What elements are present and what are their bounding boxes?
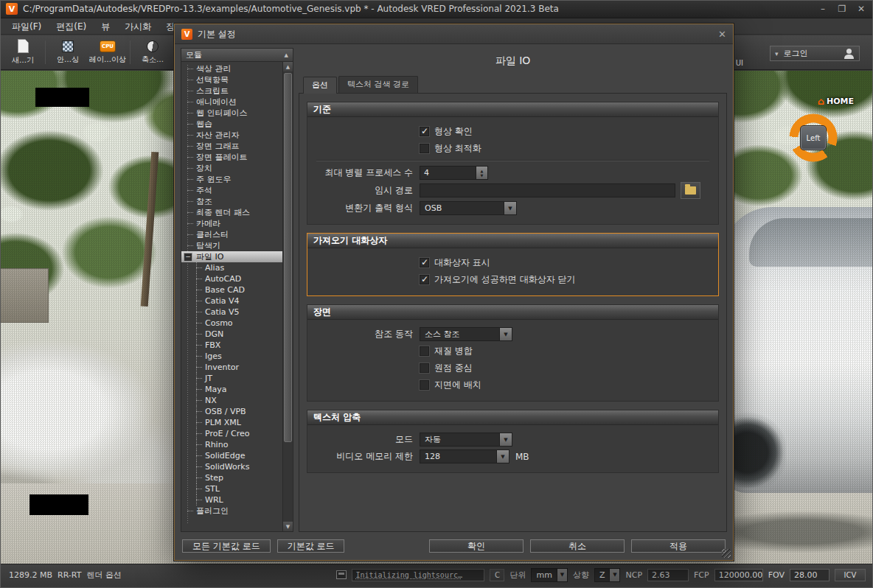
module-tree-item[interactable]: SolidEdge — [181, 450, 282, 461]
geometry-optimize-checkbox[interactable] — [420, 144, 429, 153]
module-tree-item[interactable]: DGN — [181, 329, 282, 340]
raytracing-cpu-button[interactable]: CPU 레이…이상 — [88, 37, 128, 68]
maximize-button[interactable]: ❐ — [836, 4, 848, 14]
group-scene-header: 장면 — [307, 305, 718, 320]
module-tree-item[interactable]: Maya — [181, 384, 282, 395]
module-tree-item[interactable]: 장면 그래프 — [181, 141, 282, 152]
module-tree-item[interactable]: 장면 플레이트 — [181, 152, 282, 163]
center-origin-label: 원점 중심 — [434, 362, 473, 374]
ncp-field[interactable]: 2.63 — [647, 569, 689, 581]
module-tree-item[interactable]: OSB / VPB — [181, 406, 282, 417]
geometry-check-checkbox[interactable] — [420, 127, 429, 136]
navcube-home-label[interactable]: ⌂ HOME — [818, 96, 854, 107]
module-tree-item[interactable]: 탐색기 — [181, 240, 282, 251]
c-button[interactable]: C — [490, 569, 504, 581]
module-tree-item[interactable]: 카메라 — [181, 218, 282, 229]
dialog-close-button[interactable]: ✕ — [718, 29, 726, 40]
module-tree-item[interactable]: Cosmo — [181, 318, 282, 329]
load-defaults-button[interactable]: 기본값 로드 — [277, 539, 345, 553]
up-axis-combo[interactable]: Z ▼ — [594, 568, 621, 582]
max-parallel-spinner[interactable]: 4 ▲▼ — [420, 166, 488, 180]
unit-combo[interactable]: mm ▼ — [531, 568, 567, 582]
module-tree-item[interactable]: ProE / Creo — [181, 428, 282, 439]
apply-button[interactable]: 적용 — [631, 539, 726, 553]
new-scene-button[interactable]: 새…기 — [3, 37, 43, 68]
icv-button[interactable]: ICV — [835, 569, 866, 581]
show-dialog-checkbox[interactable] — [420, 258, 429, 267]
module-tree-item[interactable]: WRL — [181, 494, 282, 505]
module-tree-item[interactable]: 플러그인 — [181, 505, 282, 517]
module-tree-item[interactable]: 파일 IO — [181, 251, 282, 262]
scrollbar-thumb[interactable] — [284, 73, 292, 442]
menu-item[interactable]: 가시화 — [117, 19, 159, 35]
module-tree-item[interactable]: 선택항목 — [181, 74, 282, 85]
fov-field[interactable]: 28.00 — [790, 569, 829, 581]
dialog-titlebar[interactable]: V 기본 설정 ✕ — [175, 24, 733, 44]
load-all-defaults-button[interactable]: 모든 기본값 로드 — [182, 539, 271, 553]
module-tree-item[interactable]: AutoCAD — [181, 273, 282, 284]
scroll-down-icon[interactable]: ▼ — [283, 522, 293, 531]
module-tree-item[interactable]: 자산 관리자 — [181, 130, 282, 141]
tree-scrollbar[interactable]: ▲ ▼ — [282, 62, 293, 531]
tab-texture-search-path[interactable]: 텍스처 검색 경로 — [338, 76, 418, 93]
antialiasing-button[interactable]: 안…싱 — [48, 37, 88, 68]
module-tree-item[interactable]: Alias — [181, 262, 282, 273]
module-tree-item[interactable]: JT — [181, 373, 282, 384]
temp-path-input[interactable] — [420, 183, 675, 197]
fcp-field[interactable]: 120000.00 — [714, 569, 763, 581]
module-tree-item[interactable]: STL — [181, 483, 282, 494]
module-tree-item[interactable]: NX — [181, 395, 282, 406]
close-on-success-checkbox[interactable] — [420, 275, 429, 284]
module-tree-item[interactable]: SolidWorks — [181, 461, 282, 472]
module-tree-item-label: SolidWorks — [205, 462, 249, 472]
module-tree-item[interactable]: 최종 렌더 패스 — [181, 207, 282, 218]
menu-item[interactable]: 파일(F) — [4, 19, 49, 35]
module-tree-item[interactable]: Inventor — [181, 362, 282, 373]
place-on-ground-checkbox[interactable] — [420, 380, 429, 390]
module-tree-item[interactable]: 장치 — [181, 163, 282, 174]
module-tree-item[interactable]: 클러스터 — [181, 229, 282, 240]
modules-header[interactable]: 모듈 ▲ — [181, 49, 293, 62]
module-tree-item[interactable]: 색상 관리 — [181, 63, 282, 74]
module-tree-item[interactable]: PLM XML — [181, 417, 282, 428]
center-origin-checkbox[interactable] — [420, 363, 429, 373]
menu-item[interactable]: 편집(E) — [49, 19, 94, 35]
video-memory-combo[interactable]: 128 ▼ — [420, 449, 509, 463]
navcube-face[interactable]: Left — [800, 125, 827, 150]
module-tree-item[interactable]: 웹습 — [181, 119, 282, 130]
spinner-arrows-icon[interactable]: ▲▼ — [476, 167, 487, 179]
cancel-button[interactable]: 취소 — [530, 539, 625, 553]
reference-behavior-combo[interactable]: 소스 참조 ▼ — [420, 327, 512, 341]
scroll-up-icon[interactable]: ▲ — [283, 62, 293, 71]
converter-format-combo[interactable]: OSB ▼ — [420, 201, 517, 215]
module-tree-item[interactable]: 참조 — [181, 196, 282, 207]
module-tree-item[interactable]: Catia V5 — [181, 307, 282, 318]
module-tree-item[interactable]: 웹 인터페이스 — [181, 108, 282, 119]
module-tree-item[interactable]: Catia V4 — [181, 295, 282, 307]
minimize-button[interactable]: – — [817, 4, 829, 14]
menu-item[interactable]: 뷰 — [94, 19, 117, 35]
navigation-cube[interactable]: ⌂ HOME Left — [774, 96, 857, 165]
module-tree-item[interactable]: FBX — [181, 340, 282, 351]
scrollbar-track[interactable] — [283, 71, 293, 522]
downscale-button[interactable]: 축소… — [133, 37, 173, 68]
texture-mode-combo[interactable]: 자동 ▼ — [420, 433, 512, 447]
tab-options[interactable]: 옵션 — [303, 77, 337, 94]
ok-button[interactable]: 확인 — [429, 539, 524, 553]
merge-materials-checkbox[interactable] — [420, 346, 429, 356]
close-button[interactable]: ✕ — [855, 4, 867, 14]
module-tree-item[interactable]: Step — [181, 472, 282, 483]
module-tree-item[interactable]: 주 윈도우 — [181, 174, 282, 185]
module-tree-item[interactable]: Base CAD — [181, 284, 282, 295]
module-tree-item[interactable]: Iges — [181, 351, 282, 362]
module-tree-item[interactable]: 애니메이션 — [181, 97, 282, 108]
module-tree-item[interactable]: 주석 — [181, 185, 282, 196]
module-tree-item[interactable]: Rhino — [181, 439, 282, 450]
dialog-title: 기본 설정 — [198, 28, 236, 41]
resize-grip[interactable] — [722, 549, 731, 558]
render-options-link[interactable]: 렌더 옵션 — [86, 570, 122, 581]
module-tree-item-label: Step — [205, 473, 223, 483]
login-button[interactable]: ▾ 로그인 — [770, 46, 860, 61]
browse-folder-button[interactable] — [681, 182, 700, 199]
module-tree-item[interactable]: 스크립트 — [181, 85, 282, 97]
